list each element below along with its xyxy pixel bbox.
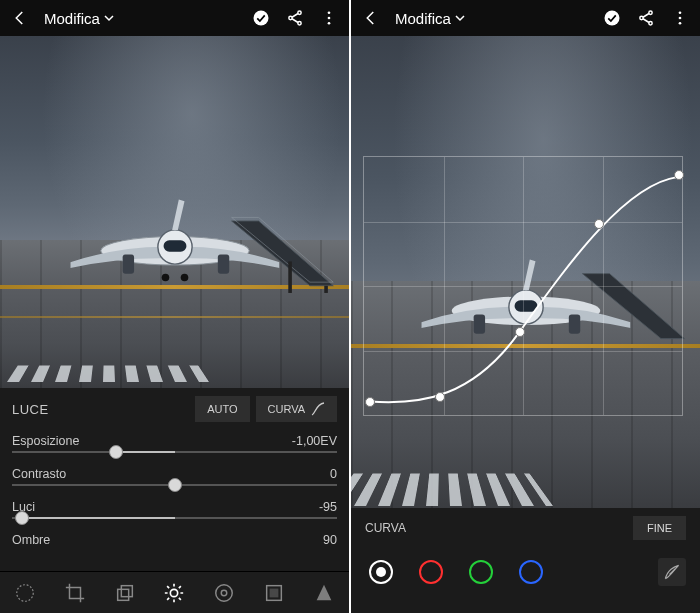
svg-point-30 <box>679 11 682 14</box>
check-circle-icon[interactable] <box>251 8 271 28</box>
svg-rect-20 <box>121 585 132 596</box>
svg-point-15 <box>180 274 188 282</box>
svg-point-26 <box>605 11 620 26</box>
title-dropdown[interactable]: Modifica <box>44 10 114 27</box>
svg-point-6 <box>328 22 331 25</box>
parametric-curve-icon[interactable] <box>658 558 686 586</box>
profile-tool-icon[interactable] <box>12 580 38 606</box>
editor-right-panel: Modifica <box>351 0 700 613</box>
tone-curve-line <box>364 157 682 415</box>
light-tool-icon[interactable] <box>161 580 187 606</box>
curva-button[interactable]: CURVA <box>256 396 338 422</box>
curve-point[interactable] <box>365 397 375 407</box>
svg-point-4 <box>328 11 331 14</box>
esposizione-slider[interactable]: Esposizione-1,00EV <box>0 430 349 463</box>
curva-bar: CURVA FINE <box>351 508 700 548</box>
share-icon[interactable] <box>285 8 305 28</box>
svg-point-1 <box>298 11 301 14</box>
chevron-down-icon <box>455 13 465 23</box>
title-text: Modifica <box>44 10 100 27</box>
svg-point-31 <box>679 17 682 20</box>
editor-left-panel: Modifica <box>0 0 349 613</box>
curve-point[interactable] <box>515 327 525 337</box>
svg-point-21 <box>171 589 178 596</box>
effects-tool-icon[interactable] <box>261 580 287 606</box>
share-icon[interactable] <box>636 8 656 28</box>
check-circle-icon[interactable] <box>602 8 622 28</box>
more-icon[interactable] <box>319 8 339 28</box>
back-icon[interactable] <box>10 8 30 28</box>
photo-preview[interactable] <box>0 36 349 388</box>
fine-button[interactable]: FINE <box>633 516 686 540</box>
back-icon[interactable] <box>361 8 381 28</box>
svg-point-27 <box>649 11 652 14</box>
curva-label: CURVA <box>365 521 406 535</box>
bottom-toolbar <box>0 571 349 613</box>
top-bar: Modifica <box>351 0 700 36</box>
curve-icon <box>311 402 325 416</box>
svg-point-29 <box>649 22 652 25</box>
svg-point-32 <box>679 22 682 25</box>
top-bar: Modifica <box>0 0 349 36</box>
svg-rect-11 <box>163 241 186 252</box>
chevron-down-icon <box>104 13 114 23</box>
detail-tool-icon[interactable] <box>311 580 337 606</box>
channel-red[interactable] <box>419 560 443 584</box>
light-section-header: LUCE AUTO CURVA <box>0 388 349 430</box>
svg-point-3 <box>298 22 301 25</box>
svg-point-18 <box>17 584 34 601</box>
tone-curve-grid[interactable] <box>363 156 683 416</box>
title-text: Modifica <box>395 10 451 27</box>
channel-luminance[interactable] <box>369 560 393 584</box>
channel-green[interactable] <box>469 560 493 584</box>
contrasto-slider[interactable]: Contrasto0 <box>0 463 349 496</box>
crop-tool-icon[interactable] <box>62 580 88 606</box>
title-dropdown[interactable]: Modifica <box>395 10 465 27</box>
photo-preview-curve[interactable] <box>351 36 700 508</box>
channel-blue[interactable] <box>519 560 543 584</box>
curve-point[interactable] <box>594 219 604 229</box>
ombre-slider[interactable]: Ombre90 <box>0 529 349 550</box>
svg-point-5 <box>328 17 331 20</box>
color-tool-icon[interactable] <box>211 580 237 606</box>
light-label: LUCE <box>12 402 49 417</box>
svg-rect-19 <box>117 589 128 600</box>
svg-point-0 <box>254 11 269 26</box>
svg-point-28 <box>640 16 643 19</box>
svg-rect-12 <box>122 255 133 274</box>
svg-point-2 <box>289 16 292 19</box>
jetway-graphic <box>227 212 335 293</box>
curve-point[interactable] <box>435 392 445 402</box>
svg-point-14 <box>161 274 169 282</box>
luci-slider[interactable]: Luci-95 <box>0 496 349 529</box>
svg-point-22 <box>216 584 233 601</box>
curve-channel-picker <box>351 548 700 598</box>
curve-point[interactable] <box>674 170 684 180</box>
more-icon[interactable] <box>670 8 690 28</box>
svg-point-23 <box>222 590 228 596</box>
auto-button[interactable]: AUTO <box>195 396 249 422</box>
presets-tool-icon[interactable] <box>112 580 138 606</box>
svg-rect-25 <box>270 589 277 596</box>
